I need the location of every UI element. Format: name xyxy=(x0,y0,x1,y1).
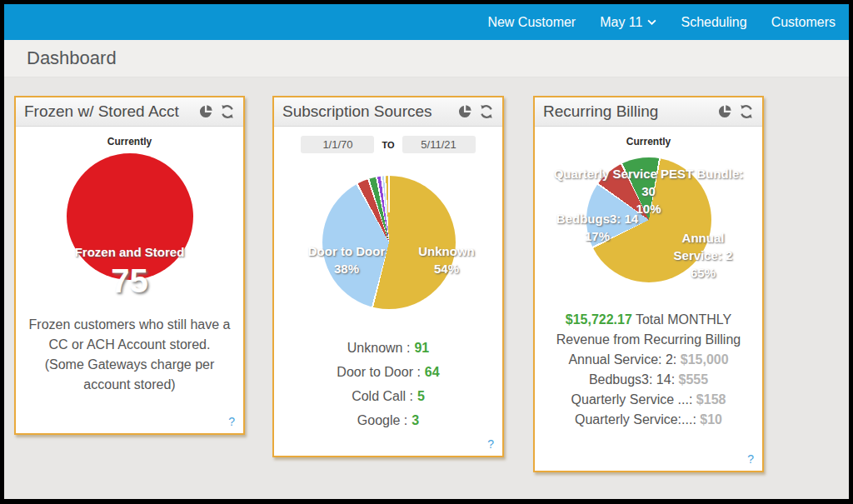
frozen-stored-pie[interactable] xyxy=(67,153,193,280)
dashboard-main: Frozen w/ Stored Acct Currently Frozen a… xyxy=(4,77,849,499)
nav-scheduling-label: Scheduling xyxy=(681,15,746,30)
date-to-field[interactable]: 5/11/21 xyxy=(402,136,476,153)
chevron-down-icon xyxy=(647,19,656,25)
legend-label: Google : xyxy=(357,408,407,432)
legend-label: Cold Call : xyxy=(352,384,413,408)
legend-row: Door to Door : 64 xyxy=(274,360,502,384)
pie-chart-icon[interactable] xyxy=(198,104,213,119)
date-separator: TO xyxy=(382,140,394,150)
frozen-description: Frozen customers who still have a CC or … xyxy=(16,315,243,395)
billing-item-label: Quarterly Service ...: xyxy=(571,392,693,407)
billing-item: Bedbugs3: 14: $555 xyxy=(535,370,762,390)
pie-chart-icon[interactable] xyxy=(457,104,472,119)
help-link[interactable]: ? xyxy=(747,452,754,466)
billing-item-label: Quarterly Service:...: xyxy=(575,412,696,427)
total-line: $15,722.17 Total MONTHLY xyxy=(535,310,762,330)
billing-item: Quarterly Service:...: $10 xyxy=(535,410,762,430)
nav-new-customer[interactable]: New Customer xyxy=(487,15,576,30)
legend-value: 3 xyxy=(412,408,419,432)
card-billing-title: Recurring Billing xyxy=(543,102,711,121)
refresh-icon[interactable] xyxy=(220,104,235,119)
billing-chart-area: Quarterly Service PEST Bundle: 30 10% Be… xyxy=(535,157,762,293)
card-billing-header: Recurring Billing xyxy=(535,97,762,127)
nav-customers[interactable]: Customers xyxy=(771,15,836,30)
card-recurring-billing: Recurring Billing Currently Quarterly Se… xyxy=(533,96,764,472)
billing-totals: $15,722.17 Total MONTHLY Revenue from Re… xyxy=(535,310,762,430)
billing-item-value: $10 xyxy=(700,412,722,427)
total-line2: Revenue from Recurring Billing xyxy=(535,330,762,350)
frozen-slice-value: 75 xyxy=(16,264,243,297)
refresh-icon[interactable] xyxy=(479,104,494,119)
card-frozen-subtitle: Currently xyxy=(16,136,243,147)
billing-item-label: Bedbugs3: 14: xyxy=(589,372,675,387)
nav-scheduling[interactable]: Scheduling xyxy=(681,15,746,30)
legend-label: Unknown : xyxy=(347,336,411,360)
billing-item-value: $15,000 xyxy=(681,352,729,367)
nav-customers-label: Customers xyxy=(771,15,836,30)
billing-item: Annual Service: 2: $15,000 xyxy=(535,350,762,370)
card-frozen-stored: Frozen w/ Stored Acct Currently Frozen a… xyxy=(14,96,245,435)
nav-date-menu-label: May 11 xyxy=(600,15,642,30)
nav-new-customer-label: New Customer xyxy=(487,15,576,30)
card-frozen-header: Frozen w/ Stored Acct xyxy=(16,97,243,127)
card-frozen-title: Frozen w/ Stored Acct xyxy=(24,102,192,121)
total-monthly-value: $15,722.17 xyxy=(566,312,632,327)
date-range: 1/1/70 TO 5/11/21 xyxy=(274,136,502,153)
sources-legend: Unknown : 91 Door to Door : 64 Cold Call… xyxy=(274,336,502,432)
legend-value: 64 xyxy=(425,360,440,384)
billing-item-value: $555 xyxy=(679,372,709,387)
date-from-field[interactable]: 1/1/70 xyxy=(301,136,374,153)
top-nav: New Customer May 11 Scheduling Customers xyxy=(4,4,849,40)
card-sources-title: Subscription Sources xyxy=(282,102,451,121)
legend-row: Cold Call : 5 xyxy=(274,384,502,408)
billing-item-value: $158 xyxy=(696,392,726,407)
billing-item: Quarterly Service ...: $158 xyxy=(535,390,762,410)
legend-value: 5 xyxy=(417,384,425,408)
sources-pie[interactable] xyxy=(322,176,456,309)
total-monthly-suffix: Total MONTHLY xyxy=(636,312,731,327)
page-title: Dashboard xyxy=(27,47,117,69)
page-title-bar: Dashboard xyxy=(4,40,849,77)
card-sources-header: Subscription Sources xyxy=(274,97,502,127)
refresh-icon[interactable] xyxy=(739,104,754,119)
legend-value: 91 xyxy=(414,336,429,360)
pie-chart-icon[interactable] xyxy=(717,104,732,119)
frozen-chart-area: Frozen and Stored 75 xyxy=(16,153,243,303)
billing-pie[interactable] xyxy=(586,157,711,282)
app-page: New Customer May 11 Scheduling Customers… xyxy=(4,4,849,499)
sources-chart-area: Door to Door 38% Unknown 54% xyxy=(284,176,492,316)
help-link[interactable]: ? xyxy=(228,415,235,428)
card-billing-subtitle: Currently xyxy=(535,136,762,147)
legend-label: Door to Door : xyxy=(337,360,420,384)
help-link[interactable]: ? xyxy=(487,437,494,451)
nav-date-menu[interactable]: May 11 xyxy=(600,15,656,30)
billing-item-label: Annual Service: 2: xyxy=(568,352,676,367)
frozen-slice-label: Frozen and Stored xyxy=(16,245,243,259)
legend-row: Unknown : 91 xyxy=(274,336,502,360)
legend-row: Google : 3 xyxy=(274,408,502,432)
card-subscription-sources: Subscription Sources 1/1/70 TO 5/11/21 D… xyxy=(272,96,504,457)
